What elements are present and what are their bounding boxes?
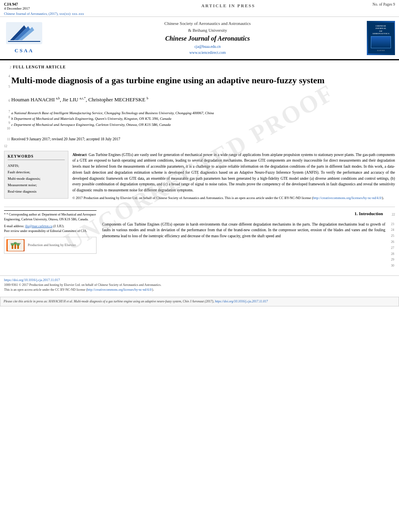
keywords-box: KEYWORDS ANFIS; Fault detection; Multi-m… xyxy=(4,151,68,199)
line-5: 5 xyxy=(4,82,11,92)
intro-header: 1. Introduction 22 xyxy=(102,210,395,220)
journal-header: CSAA Chinese Society of Aeronautics and … xyxy=(0,17,399,60)
svg-point-12 xyxy=(16,243,20,246)
keyword-4: Measurement noise; xyxy=(8,182,65,188)
keywords-abstract-section: KEYWORDS ANFIS; Fault detection; Multi-m… xyxy=(4,151,395,203)
keyword-5: Real-time diagnosis xyxy=(8,188,65,195)
line-29: 29 xyxy=(391,257,394,263)
journal-cover-image: CHINESEJOURNALOFAERONAUTICS ELSEVIER xyxy=(367,21,395,55)
introduction-column: 1. Introduction 22 Components of Gas Tur… xyxy=(102,210,395,269)
doc-date: 4 December 2017 xyxy=(4,6,84,10)
affiliations-row: 7 8 9 10 a National Research Base of Int… xyxy=(4,109,395,131)
elsevier-text: Production and hosting by Elsevier xyxy=(28,242,76,248)
article-type-row: 2 FULL LENGTH ARTICLE xyxy=(4,65,395,72)
elsevier-logo: ELSEVIER xyxy=(6,239,25,251)
abstract-section: Abstract Gas Turbine Engines (GTEs) are … xyxy=(72,152,395,201)
csaa-logo: CSAA xyxy=(4,22,44,54)
doi-link[interactable]: https://doi.org/10.1016/j.cja.2017.11.01… xyxy=(4,278,395,282)
affiliation-a: a National Research Base of Intelligent … xyxy=(11,111,214,116)
corresponding-column: * * Corresponding author at: Department … xyxy=(4,210,97,269)
line-10: 10 xyxy=(4,126,11,131)
journal-title-center: Chinese Society of Aeronautics and Astro… xyxy=(48,20,367,56)
line-25: 25 xyxy=(391,233,394,239)
bottom-section: * * Corresponding author at: Department … xyxy=(4,207,395,269)
keyword-1: ANFIS; xyxy=(8,162,65,169)
journal-org2: & Beihang University xyxy=(48,27,367,34)
main-content: UNCORRECTED PROOF 2 FULL LENGTH ARTICLE … xyxy=(0,60,399,272)
journal-ref-link[interactable]: Chinese Journal of Aeronautics, (2017), … xyxy=(4,12,84,16)
line-9: 9 xyxy=(4,120,11,126)
authors: Houman HANACHI a,b, Jie LIU a,c,*, Chris… xyxy=(11,97,148,103)
top-bar: CJA 947 4 December 2017 Chinese Journal … xyxy=(0,0,399,17)
footer: https://doi.org/10.1016/j.cja.2017.11.01… xyxy=(0,275,399,294)
citation-text: Please cite this article in press as: HA… xyxy=(4,300,214,303)
line-nums-title: 4 5 xyxy=(4,72,11,92)
email-suffix: (J. LIU). xyxy=(53,224,64,228)
line-22: 22 xyxy=(383,212,395,217)
spacer-12: 12 xyxy=(4,144,395,148)
page: CJA 947 4 December 2017 Chinese Journal … xyxy=(0,0,399,306)
svg-point-10 xyxy=(11,243,14,246)
intro-line-nums: 23 24 25 26 27 28 29 30 xyxy=(385,222,395,269)
journal-name: Chinese Journal of Aeronautics xyxy=(48,35,367,42)
line-2: 2 xyxy=(4,66,11,69)
line-7: 7 xyxy=(4,109,11,115)
line-6: 6 xyxy=(4,99,11,103)
journal-website: www.sciencedirect.com xyxy=(48,50,367,56)
journal-org1: Chinese Society of Aeronautics and Astro… xyxy=(48,20,367,27)
journal-website-link[interactable]: www.sciencedirect.com xyxy=(189,51,226,55)
affiliation-b: b Department of Mechanical and Materials… xyxy=(11,116,214,122)
intro-with-linenum: 1. Introduction 22 Components of Gas Tur… xyxy=(102,210,395,269)
line-26: 26 xyxy=(391,239,394,245)
title-row: 4 5 Multi-mode diagnosis of a gas turbin… xyxy=(4,72,395,92)
doc-id-date: CJA 947 4 December 2017 Chinese Journal … xyxy=(4,2,84,16)
line-nums-aff: 7 8 9 10 xyxy=(4,109,11,131)
keywords-column: KEYWORDS ANFIS; Fault detection; Multi-m… xyxy=(4,151,68,203)
affiliations: a National Research Base of Intelligent … xyxy=(11,111,214,128)
email-line: E-mail address: jliu@mae.carleton.ca (J.… xyxy=(4,224,97,229)
elsevier-logo-area: ELSEVIER Production and hosting by Elsev… xyxy=(4,237,97,254)
received-date: Received 9 January 2017; revised 20 June… xyxy=(11,137,120,141)
abstract-text: Abstract Gas Turbine Engines (GTEs) are … xyxy=(72,152,395,193)
authors-row: 6 Houman HANACHI a,b, Jie LIU a,c,*, Chr… xyxy=(4,94,395,106)
abstract-label: Abstract xyxy=(72,153,86,157)
keyword-3: Multi-mode diagnosis; xyxy=(8,175,65,182)
doc-id: CJA 947 xyxy=(4,2,84,6)
article-in-press: ARTICLE IN PRESS xyxy=(202,2,255,8)
keywords-list: ANFIS; Fault detection; Multi-mode diagn… xyxy=(8,162,65,195)
peer-review-note: Peer review under responsibility of Edit… xyxy=(4,229,97,234)
article-body: UNCORRECTED PROOF 2 FULL LENGTH ARTICLE … xyxy=(4,65,395,269)
citation-doi-link[interactable]: https://doi.org/10.1016/j.cja.2017.11.01… xyxy=(215,300,268,303)
cc-license-link[interactable]: http://creativecommons.org/licenses/by-n… xyxy=(313,196,382,200)
journal-email-link[interactable]: cja@buaa.edu.cn xyxy=(194,45,220,49)
abstract-body: Gas Turbine Engines (GTEs) are vastly us… xyxy=(72,153,395,192)
footer-line1: 1000-9361 © 2017 Production and hosting … xyxy=(4,283,395,288)
line-4: 4 xyxy=(4,72,11,81)
article-title: Multi-mode diagnosis of a gas turbine en… xyxy=(11,75,325,86)
abstract-column: Abstract Gas Turbine Engines (GTEs) are … xyxy=(72,151,395,203)
corresponding-note: * * Corresponding author at: Department … xyxy=(4,212,97,222)
email-link[interactable]: jliu@mae.carleton.ca xyxy=(25,224,52,228)
csaa-logo-image xyxy=(6,22,42,46)
received-row: 11 Received 9 January 2017; revised 20 J… xyxy=(4,134,395,143)
citation-box: Please cite this article in press as: HA… xyxy=(0,297,399,306)
line-8: 8 xyxy=(4,115,11,120)
affiliation-c: c Department of Mechanical and Aerospace… xyxy=(11,122,214,128)
line-23: 23 xyxy=(391,222,394,228)
corresponding-block: * * Corresponding author at: Department … xyxy=(4,210,97,234)
keywords-title: KEYWORDS xyxy=(8,154,65,160)
article-type-label: FULL LENGTH ARTICLE xyxy=(13,65,66,69)
intro-title: 1. Introduction xyxy=(354,210,383,217)
line-27: 27 xyxy=(391,245,394,251)
line-11: 11 xyxy=(4,138,11,141)
elsevier-logo-svg: ELSEVIER xyxy=(8,240,24,251)
footer-cc-link[interactable]: http://creativecommons.org/licenses/by-n… xyxy=(87,288,152,292)
line-24: 24 xyxy=(391,227,394,233)
corresponding-text: * Corresponding author at: Department of… xyxy=(4,213,96,221)
journal-email: cja@buaa.edu.cn xyxy=(48,44,367,50)
email-label: E-mail address: xyxy=(4,224,24,228)
keyword-2: Fault detection; xyxy=(8,169,65,175)
line-28: 28 xyxy=(391,251,394,257)
csaa-text: CSAA xyxy=(14,47,33,54)
line-30: 30 xyxy=(391,263,394,269)
